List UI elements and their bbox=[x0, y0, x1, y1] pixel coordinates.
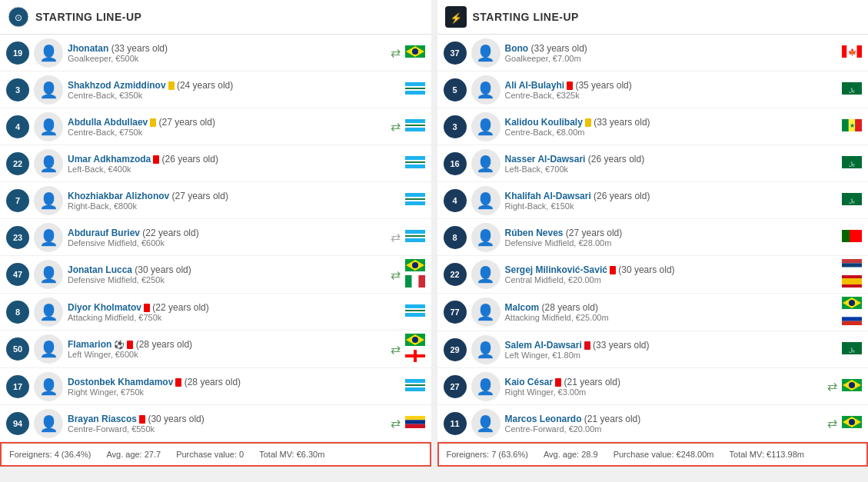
flag-ru bbox=[842, 313, 862, 327]
jersey-number: 4 bbox=[444, 189, 467, 212]
flag-co bbox=[405, 416, 425, 430]
svg-rect-6 bbox=[405, 86, 425, 88]
player-details: Left Winger, €600k bbox=[68, 350, 386, 359]
substitution-icon: ⇄ bbox=[391, 119, 401, 134]
player-flags bbox=[405, 82, 425, 97]
player-name[interactable]: Abdulla Abdullaev (27 years old) bbox=[68, 117, 386, 128]
player-flags bbox=[405, 156, 425, 171]
svg-rect-27 bbox=[405, 237, 425, 238]
flag-uz bbox=[405, 119, 425, 134]
flag-br bbox=[405, 45, 425, 60]
player-name[interactable]: Brayan Riascos (30 years old) bbox=[68, 414, 386, 424]
player-name[interactable]: Kalidou Koulibaly (33 years old) bbox=[505, 117, 833, 128]
player-name[interactable]: Jonatan Lucca (30 years old) bbox=[68, 264, 386, 275]
player-row: 50 👤 Flamarion⚽ (28 years old) Left Wing… bbox=[0, 331, 431, 368]
player-row: 8 👤 Rúben Neves (27 years old) Defensive… bbox=[437, 219, 869, 256]
player-photo: 👤 bbox=[34, 260, 63, 289]
substitution-icon: ⇄ bbox=[391, 342, 401, 357]
player-row: 94 👤 Brayan Riascos (30 years old) Centr… bbox=[0, 405, 431, 442]
player-details: Defensive Midfield, €600k bbox=[68, 238, 386, 248]
substitution-icon: ⇄ bbox=[391, 230, 401, 244]
player-name[interactable]: Marcos Leonardo (21 years old) bbox=[505, 414, 823, 424]
player-photo: 👤 bbox=[34, 298, 63, 327]
player-row: 3 👤 Kalidou Koulibaly (33 years old) Cen… bbox=[437, 108, 869, 145]
player-name[interactable]: Rúben Neves (27 years old) bbox=[505, 228, 833, 238]
svg-text:🍁: 🍁 bbox=[848, 48, 857, 57]
svg-rect-24 bbox=[405, 198, 425, 200]
player-row: 37 👤 Bono (33 years old) Goalkeeper, €7.… bbox=[437, 35, 869, 71]
player-info: Dostonbek Khamdamov (28 years old) Right… bbox=[68, 377, 396, 397]
player-flags bbox=[405, 416, 425, 430]
player-photo: 👤 bbox=[34, 409, 63, 438]
purchase-value-stat: Purchase value: 0 bbox=[176, 450, 244, 459]
player-photo: 👤 bbox=[471, 149, 501, 178]
player-photo: 👤 bbox=[471, 298, 501, 327]
player-name[interactable]: Bono (33 years old) bbox=[505, 43, 833, 54]
player-name[interactable]: Khalifah Al-Dawsari (26 years old) bbox=[505, 191, 833, 201]
svg-rect-82 bbox=[842, 317, 862, 321]
svg-rect-72 bbox=[842, 230, 850, 242]
jersey-number: 27 bbox=[444, 375, 467, 398]
flag-sa: ﷼ bbox=[842, 82, 862, 97]
flag-pt bbox=[842, 230, 862, 244]
player-photo: 👤 bbox=[471, 38, 501, 68]
player-flags bbox=[405, 259, 425, 290]
substitution-icon: ⇄ bbox=[391, 268, 401, 282]
player-flags: ﷼ bbox=[842, 342, 862, 357]
total-mv-stat: Total MV: €6.30m bbox=[259, 450, 324, 459]
player-details: Goalkeeper, €7.00m bbox=[505, 54, 833, 63]
flag-br bbox=[842, 416, 862, 430]
player-name[interactable]: Ali Al-Bulayhi (35 years old) bbox=[505, 80, 833, 91]
substitution-icon: ⇄ bbox=[827, 379, 837, 394]
player-info: Abdulla Abdullaev (27 years old) Centre-… bbox=[68, 117, 386, 137]
flag-it bbox=[405, 275, 425, 290]
player-row: 17 👤 Dostonbek Khamdamov (28 years old) … bbox=[0, 368, 431, 405]
player-name[interactable]: Khozhiakbar Alizhonov (27 years old) bbox=[68, 191, 396, 201]
svg-rect-9 bbox=[405, 88, 425, 89]
svg-rect-19 bbox=[405, 161, 425, 163]
player-info: Ali Al-Bulayhi (35 years old) Centre-Bac… bbox=[505, 80, 833, 100]
player-row: 22 👤 Sergej Milinković-Savić (30 years o… bbox=[437, 256, 869, 294]
flag-sn: ★ bbox=[842, 119, 862, 134]
player-name[interactable]: Nasser Al-Dawsari (26 years old) bbox=[505, 154, 833, 165]
svg-rect-29 bbox=[405, 235, 425, 237]
jersey-number: 50 bbox=[6, 337, 29, 361]
svg-rect-74 bbox=[842, 263, 862, 267]
player-name[interactable]: Shakhzod Azmiddinov (24 years old) bbox=[68, 80, 396, 91]
flag-ca: 🍁 bbox=[842, 45, 862, 60]
substitution-icon: ⇄ bbox=[827, 416, 837, 430]
player-name[interactable]: Jhonatan (33 years old) bbox=[68, 43, 386, 54]
team-logo: ⚡ bbox=[445, 6, 467, 28]
player-name[interactable]: Abdurauf Buriev (22 years old) bbox=[68, 228, 386, 238]
team-header: ⊙ STARTING LINE-UP bbox=[0, 0, 431, 35]
substitution-icon: ⇄ bbox=[391, 416, 401, 430]
player-photo: 👤 bbox=[34, 75, 63, 105]
svg-point-4 bbox=[412, 48, 418, 55]
flag-rs bbox=[842, 259, 862, 274]
jersey-number: 23 bbox=[6, 226, 29, 249]
jersey-number: 22 bbox=[444, 263, 467, 286]
player-name[interactable]: Flamarion⚽ (28 years old) bbox=[68, 339, 386, 350]
player-info: Khalifah Al-Dawsari (26 years old) Right… bbox=[505, 191, 833, 211]
svg-rect-21 bbox=[405, 197, 425, 198]
player-name[interactable]: Umar Adkhamzoda (26 years old) bbox=[68, 154, 396, 165]
player-action-icons: ⇄ bbox=[827, 379, 837, 394]
player-info: Shakhzod Azmiddinov (24 years old) Centr… bbox=[68, 80, 396, 100]
player-photo: 👤 bbox=[471, 335, 501, 364]
player-name[interactable]: Salem Al-Dawsari (33 years old) bbox=[505, 340, 833, 351]
player-name[interactable]: Sergej Milinković-Savić (30 years old) bbox=[505, 264, 833, 275]
player-name[interactable]: Dostonbek Khamdamov (28 years old) bbox=[68, 377, 396, 387]
player-details: Left Winger, €1.80m bbox=[505, 351, 833, 360]
player-name[interactable]: Malcom (28 years old) bbox=[505, 302, 833, 313]
player-details: Centre-Forward, €550k bbox=[68, 424, 386, 434]
player-flags: ﷼ bbox=[842, 193, 862, 208]
player-row: 4 👤 Abdulla Abdullaev (27 years old) Cen… bbox=[0, 108, 431, 145]
player-row: 3 👤 Shakhzod Azmiddinov (24 years old) C… bbox=[0, 71, 431, 108]
jersey-number: 37 bbox=[444, 42, 467, 65]
svg-point-80 bbox=[849, 300, 855, 306]
team-footer: Foreigners: 4 (36.4%) Avg. age: 27.7 Pur… bbox=[0, 442, 431, 467]
flag-es bbox=[842, 275, 862, 290]
player-photo: 👤 bbox=[34, 112, 63, 141]
player-name[interactable]: Kaio César (21 years old) bbox=[505, 377, 823, 387]
player-name[interactable]: Diyor Kholmatov (22 years old) bbox=[68, 302, 396, 313]
